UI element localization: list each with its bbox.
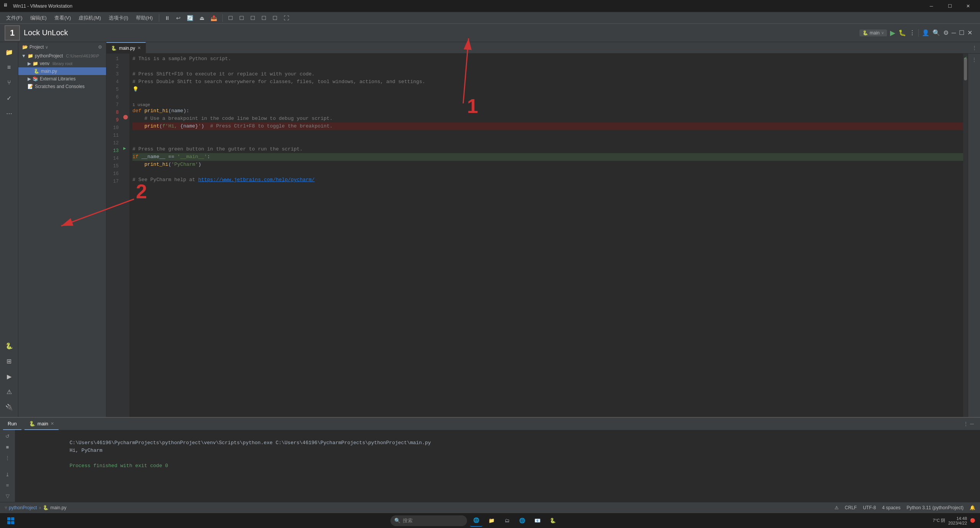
taskbar-browser[interactable]: 🌐 [470, 515, 482, 527]
more-btn[interactable]: ⋯ [2, 106, 16, 120]
header-row: 1 Lock UnLock 🐍 main ∨ ▶ 🐛 ⋮ 👤 🔍 ⚙ ─ ☐ ✕ [0, 24, 980, 42]
svg-rect-2 [7, 521, 10, 524]
chevron-icon: ∨ [45, 45, 48, 50]
tab-number: 1 [5, 25, 20, 41]
taskbar-search[interactable]: 🔍 搜索 [390, 515, 467, 526]
restore-button[interactable]: ☐ [941, 0, 959, 12]
run-tab-close[interactable]: ✕ [51, 421, 54, 426]
right-btn-1[interactable]: ⋮ [970, 55, 979, 64]
separator [159, 14, 159, 22]
run-left-toolbar: ↺ ■ ⋮ ⤓ ≡ ▽ 🗑 [0, 430, 15, 513]
tree-item-venv[interactable]: ▶ 📁 venv library root [18, 60, 106, 67]
python-file-icon: 🐍 [34, 69, 39, 74]
settings-icon[interactable]: ⚙ [943, 29, 949, 36]
menu-edit[interactable]: 编辑(E) [27, 13, 50, 23]
code-line-13: if __name__ == '__main__': [132, 153, 963, 161]
start-button[interactable] [5, 515, 17, 527]
rerun-button[interactable]: ↺ [3, 432, 12, 441]
taskbar-explorer[interactable]: 📁 [485, 515, 498, 527]
tree-item-scratches[interactable]: 📝 Scratches and Consoles [18, 83, 106, 90]
warnings-icon[interactable]: ⚠ [835, 505, 839, 510]
snapshot-button[interactable]: 🔄 [185, 14, 196, 22]
terminal-btn[interactable]: ⊞ [2, 354, 16, 368]
git-btn[interactable]: ⑂ [2, 76, 16, 90]
folder-icon: 📁 [28, 53, 33, 59]
notifications-icon[interactable]: 🔔 [970, 505, 975, 510]
usage-hint: 1 usage [132, 101, 963, 107]
run-tool-btn[interactable]: ▶ [2, 369, 16, 383]
view-btn-1[interactable]: ☐ [226, 14, 235, 22]
taskbar-edge[interactable]: 🌐 [516, 515, 528, 527]
encoding[interactable]: UTF-8 [863, 505, 876, 510]
close-button[interactable]: ✕ [959, 0, 977, 12]
tree-item-external-libraries[interactable]: ▶ 📚 External Libraries [18, 75, 106, 83]
python-icon: 🐍 [29, 421, 35, 427]
line-numbers: 1 2 3 4 5 6 7 8 9 10 11 12 13 14 [106, 54, 122, 417]
run-tab[interactable]: Run [3, 418, 21, 430]
plugins-btn[interactable]: 🔌 [2, 400, 16, 414]
run-panel-minimize[interactable]: ─ [970, 421, 974, 427]
tree-item-mainpy[interactable]: 🐍 main.py [18, 67, 106, 75]
view-btn-4[interactable]: ☐ [259, 14, 269, 22]
git-branch[interactable]: ⑂ pythonProject [5, 505, 37, 510]
python-version[interactable]: Python 3.11 (pythonProject) [906, 505, 964, 510]
python-console-btn[interactable]: 🐍 [2, 339, 16, 353]
taskbar-pycharm[interactable]: 🐍 [547, 515, 559, 527]
taskbar-mail[interactable]: 📧 [531, 515, 544, 527]
eject-button[interactable]: ⏏ [197, 14, 207, 22]
more-actions-button[interactable]: ⋮ [909, 29, 915, 36]
menu-view[interactable]: 查看(V) [51, 13, 74, 23]
search-icon[interactable]: 🔍 [933, 29, 940, 36]
send-ctrl-alt-del[interactable]: ↩ [174, 14, 183, 22]
run-button[interactable]: ▶ [890, 29, 895, 37]
pycharm-restore[interactable]: ☐ [959, 29, 964, 36]
view-btn-2[interactable]: ☐ [237, 14, 247, 22]
structure-btn[interactable]: ≡ [2, 60, 16, 74]
filter-btn[interactable]: ▽ [3, 491, 12, 500]
pause-button[interactable]: ⏸ [162, 14, 172, 22]
tree-item-pythonproject[interactable]: ▼ 📁 pythonProject C:\Users\46196\P [18, 52, 106, 60]
taskbar-files[interactable]: 🗂 [501, 515, 513, 527]
menu-file[interactable]: 文件(F) [3, 13, 26, 23]
editor-settings-btn[interactable]: ⋮ [972, 45, 977, 51]
sort-btn[interactable]: ≡ [3, 481, 12, 490]
project-tool-btn[interactable]: 📁 [2, 45, 16, 59]
taskbar-center: 🔍 搜索 🌐 📁 🗂 🌐 📧 🐍 [20, 515, 930, 527]
menu-vm[interactable]: 虚拟机(M) [75, 13, 104, 23]
minimize-button[interactable]: ─ [923, 0, 940, 12]
menu-tab[interactable]: 选项卡(I) [106, 13, 131, 23]
share-button[interactable]: 📤 [208, 14, 219, 22]
line-ending[interactable]: CRLF [845, 505, 857, 510]
fullscreen-button[interactable]: ⛶ [281, 14, 291, 22]
header-title: Lock UnLock [24, 28, 68, 37]
run-panel-menu[interactable]: ⋮ [963, 421, 969, 427]
run-main-tab[interactable]: 🐍 main ✕ [24, 418, 59, 430]
python-icon: 🐍 [111, 46, 117, 51]
code-line-16: # See PyCharm help at https://www.jetbra… [132, 176, 963, 184]
view-btn-3[interactable]: ☐ [248, 14, 258, 22]
folder-icon: 📝 [28, 84, 33, 89]
pycharm-close[interactable]: ✕ [967, 29, 972, 36]
commit-btn[interactable]: ✓ [2, 91, 16, 105]
editor-scrollbar[interactable]: ✓ [963, 54, 968, 417]
indent[interactable]: 4 spaces [882, 505, 900, 510]
stop-button[interactable]: ■ [3, 442, 12, 451]
menu-help[interactable]: 帮助(H) [133, 13, 156, 23]
scroll-to-end-btn[interactable]: ⤓ [3, 470, 12, 479]
tab-close-btn[interactable]: ✕ [137, 46, 141, 51]
debug-button[interactable]: 🐛 [898, 29, 906, 36]
tab-mainpy[interactable]: 🐍 main.py ✕ [106, 42, 146, 54]
problems-btn[interactable]: ⚠ [2, 385, 16, 399]
run-more-btn[interactable]: ⋮ [3, 453, 12, 462]
editor-container: 🐍 main.py ✕ ⋮ 1 2 3 4 [106, 42, 980, 417]
code-content[interactable]: # This is a sample Python script. # Pres… [129, 54, 963, 417]
view-btn-5[interactable]: ☐ [270, 14, 280, 22]
pycharm-minimize[interactable]: ─ [952, 29, 956, 36]
sidebar-project-header[interactable]: 📂 Project ∨ ⚙ [18, 42, 106, 52]
account-icon[interactable]: 👤 [922, 29, 929, 36]
left-toolbar: 📁 ≡ ⑂ ✓ ⋯ 🐍 ⊞ ▶ ⚠ 🔌 [0, 42, 18, 417]
status-bar: ⑂ pythonProject › 🐍 main.py ⚠ CRLF UTF-8… [0, 502, 980, 513]
gear-icon[interactable]: ⚙ [98, 44, 102, 50]
current-file[interactable]: 🐍 main.py [43, 505, 66, 510]
run-config-selector[interactable]: 🐍 main ∨ [859, 29, 887, 36]
